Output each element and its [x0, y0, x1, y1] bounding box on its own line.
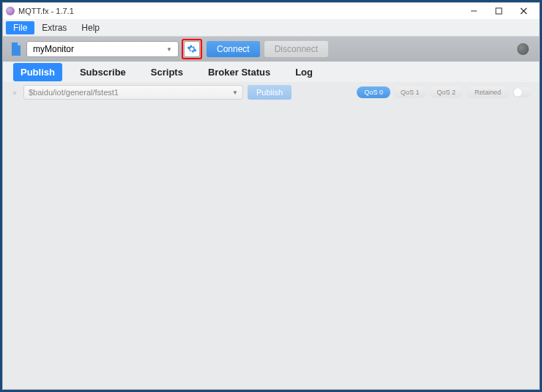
- chevron-down-icon: ▼: [232, 89, 238, 96]
- titlebar: MQTT.fx - 1.7.1: [3, 3, 539, 19]
- connection-profile-value: myMonitor: [33, 44, 74, 54]
- close-button[interactable]: [511, 4, 536, 18]
- minimize-button[interactable]: [461, 4, 486, 18]
- topic-value: $baidu/iot/general/fstest1: [29, 88, 119, 97]
- menu-file[interactable]: File: [6, 21, 34, 34]
- menu-help[interactable]: Help: [74, 21, 107, 34]
- document-icon: [10, 42, 22, 56]
- disconnect-button[interactable]: Disconnect: [264, 41, 328, 57]
- app-window: MQTT.fx - 1.7.1 File Extras Help myMonit…: [2, 2, 540, 390]
- topic-select[interactable]: $baidu/iot/general/fstest1 ▼: [23, 85, 243, 100]
- expand-toggle[interactable]: »: [10, 89, 19, 97]
- maximize-button[interactable]: [486, 4, 511, 18]
- qos1-pill[interactable]: QoS 1: [393, 86, 427, 98]
- tab-subscribe[interactable]: Subscribe: [73, 63, 133, 81]
- retained-pill[interactable]: Retained: [466, 86, 510, 98]
- tab-log[interactable]: Log: [288, 63, 320, 81]
- maximize-icon: [495, 7, 502, 15]
- connection-bar: myMonitor ▼ Connect Disconnect: [3, 37, 539, 62]
- connection-status-indicator: [517, 43, 529, 55]
- menubar: File Extras Help: [3, 19, 539, 37]
- tab-publish[interactable]: Publish: [13, 63, 62, 81]
- publish-payload-area[interactable]: [3, 103, 539, 389]
- qos2-pill[interactable]: QoS 2: [429, 86, 463, 98]
- svg-rect-1: [496, 8, 502, 14]
- minimize-icon: [470, 7, 478, 15]
- tabs-bar: Publish Subscribe Scripts Broker Status …: [3, 62, 539, 82]
- qos-group: QoS 0 QoS 1 QoS 2 Retained: [357, 86, 532, 98]
- connect-button[interactable]: Connect: [207, 41, 260, 57]
- tab-broker-status[interactable]: Broker Status: [201, 63, 278, 81]
- publish-button[interactable]: Publish: [248, 85, 292, 100]
- gear-icon: [187, 44, 197, 54]
- app-icon: [6, 7, 15, 15]
- tab-scripts[interactable]: Scripts: [144, 63, 190, 81]
- qos0-pill[interactable]: QoS 0: [357, 86, 390, 98]
- retained-toggle[interactable]: [513, 87, 532, 97]
- publish-toolbar: » $baidu/iot/general/fstest1 ▼ Publish Q…: [3, 82, 539, 103]
- window-title: MQTT.fx - 1.7.1: [18, 7, 461, 15]
- connection-profile-select[interactable]: myMonitor ▼: [26, 41, 179, 57]
- chevron-down-icon: ▼: [166, 46, 172, 53]
- close-icon: [520, 7, 527, 15]
- window-controls: [461, 4, 536, 18]
- connection-settings-button[interactable]: [184, 41, 200, 57]
- highlight-annotation: [182, 39, 202, 59]
- menu-extras[interactable]: Extras: [34, 21, 74, 34]
